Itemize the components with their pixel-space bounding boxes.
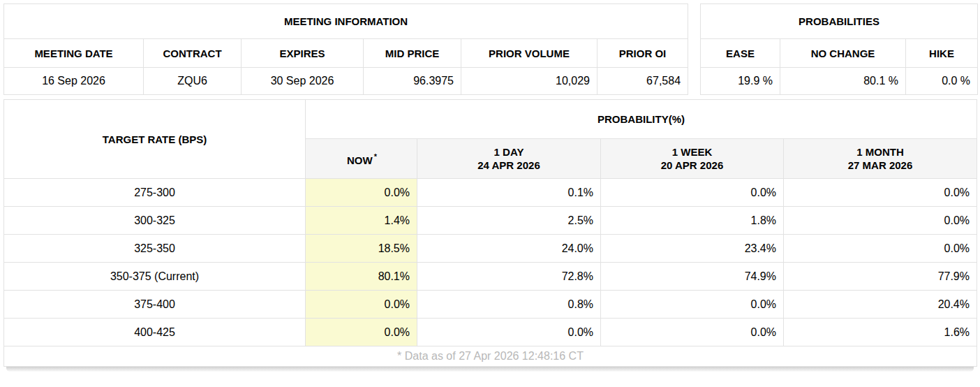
week-prob-cell: 0.0%: [601, 319, 784, 346]
col-header-prior-volume: PRIOR VOLUME: [461, 39, 597, 68]
probabilities-table: PROBABILITIES EASE NO CHANGE HIKE 19.9 %…: [700, 3, 978, 95]
period-label: 1 MONTH: [785, 145, 976, 159]
rate-row: 400-425 0.0% 0.0% 0.0% 1.6%: [4, 319, 977, 346]
expires-value[interactable]: 30 Sep 2026: [242, 68, 364, 95]
probabilities-title: PROBABILITIES: [701, 4, 978, 39]
month-prob-cell: 1.6%: [784, 319, 977, 346]
rate-row: 375-400 0.0% 0.8% 0.0% 20.4%: [4, 291, 977, 319]
month-prob-cell: 0.0%: [784, 179, 977, 207]
now-prob-cell: 1.4%: [306, 207, 417, 235]
meeting-information-table: MEETING INFORMATION MEETING DATE CONTRAC…: [3, 3, 688, 95]
day-prob-cell: 0.1%: [417, 179, 601, 207]
ease-value: 19.9 %: [701, 68, 780, 95]
rate-row: 325-350 18.5% 24.0% 23.4% 0.0%: [4, 235, 977, 263]
month-prob-cell: 0.0%: [784, 235, 977, 263]
target-rate-header: TARGET RATE (BPS): [4, 100, 306, 179]
day-prob-cell: 0.0%: [417, 319, 601, 346]
week-prob-cell: 74.9%: [601, 263, 784, 291]
day-prob-cell: 24.0%: [417, 235, 601, 263]
day-prob-cell: 2.5%: [417, 207, 601, 235]
meeting-row[interactable]: 16 Sep 2026 ZQU6 30 Sep 2026 96.3975 10,…: [4, 68, 688, 95]
rate-range-cell: 400-425: [4, 319, 306, 346]
month-prob-cell: 20.4%: [784, 291, 977, 319]
rate-range-cell: 300-325: [4, 207, 306, 235]
col-header-hike: HIKE: [906, 39, 978, 68]
no-change-value: 80.1 %: [780, 68, 906, 95]
top-summary-section: MEETING INFORMATION MEETING DATE CONTRAC…: [3, 3, 977, 95]
day-prob-cell: 0.8%: [417, 291, 601, 319]
mid-price-value[interactable]: 96.3975: [364, 68, 461, 95]
now-prob-cell: 18.5%: [306, 235, 417, 263]
rate-range-cell: 350-375 (Current): [4, 263, 306, 291]
fedwatch-panel: MEETING INFORMATION MEETING DATE CONTRAC…: [0, 0, 980, 372]
col-header-1-week: 1 WEEK 20 APR 2026: [601, 139, 784, 179]
col-header-expires: EXPIRES: [242, 39, 364, 68]
col-header-ease: EASE: [701, 39, 780, 68]
hike-value: 0.0 %: [906, 68, 978, 95]
meeting-information-title: MEETING INFORMATION: [4, 4, 688, 39]
contract-value[interactable]: ZQU6: [144, 68, 242, 95]
rate-row: 275-300 0.0% 0.1% 0.0% 0.0%: [4, 179, 977, 207]
panel-bottom-shadow: [6, 367, 974, 372]
period-label: 1 WEEK: [602, 145, 782, 159]
prior-volume-value[interactable]: 10,029: [461, 68, 597, 95]
now-prob-cell: 80.1%: [306, 263, 417, 291]
rate-range-cell: 275-300: [4, 179, 306, 207]
week-prob-cell: 1.8%: [601, 207, 784, 235]
now-prob-cell: 0.0%: [306, 291, 417, 319]
target-rate-probability-table: TARGET RATE (BPS) PROBABILITY(%) NOW* 1 …: [3, 99, 977, 367]
now-prob-cell: 0.0%: [306, 319, 417, 346]
rate-range-cell: 325-350: [4, 235, 306, 263]
data-as-of-footnote: * Data as of 27 Apr 2026 12:48:16 CT: [4, 346, 977, 367]
col-header-meeting-date: MEETING DATE: [4, 39, 144, 68]
period-date: 24 APR 2026: [418, 159, 600, 172]
now-footnote-marker: *: [374, 152, 377, 161]
col-header-contract: CONTRACT: [144, 39, 242, 68]
month-prob-cell: 77.9%: [784, 263, 977, 291]
week-prob-cell: 0.0%: [601, 291, 784, 319]
day-prob-cell: 72.8%: [417, 263, 601, 291]
now-prob-cell: 0.0%: [306, 179, 417, 207]
rate-row-current: 350-375 (Current) 80.1% 72.8% 74.9% 77.9…: [4, 263, 977, 291]
period-label: 1 DAY: [418, 145, 600, 159]
week-prob-cell: 23.4%: [601, 235, 784, 263]
month-prob-cell: 0.0%: [784, 207, 977, 235]
col-header-now: NOW*: [306, 139, 417, 179]
probability-header: PROBABILITY(%): [306, 100, 977, 139]
col-header-1-month: 1 MONTH 27 MAR 2026: [784, 139, 977, 179]
probabilities-row: 19.9 % 80.1 % 0.0 %: [701, 68, 978, 95]
rate-row: 300-325 1.4% 2.5% 1.8% 0.0%: [4, 207, 977, 235]
week-prob-cell: 0.0%: [601, 179, 784, 207]
col-header-prior-oi: PRIOR OI: [597, 39, 688, 68]
meeting-date-value[interactable]: 16 Sep 2026: [4, 68, 144, 95]
col-header-mid-price: MID PRICE: [364, 39, 461, 68]
col-header-1-day: 1 DAY 24 APR 2026: [417, 139, 601, 179]
prior-oi-value[interactable]: 67,584: [597, 68, 688, 95]
col-header-no-change: NO CHANGE: [780, 39, 906, 68]
period-date: 27 MAR 2026: [785, 159, 976, 172]
period-date: 20 APR 2026: [602, 159, 782, 172]
now-label: NOW: [347, 154, 373, 166]
rate-range-cell: 375-400: [4, 291, 306, 319]
